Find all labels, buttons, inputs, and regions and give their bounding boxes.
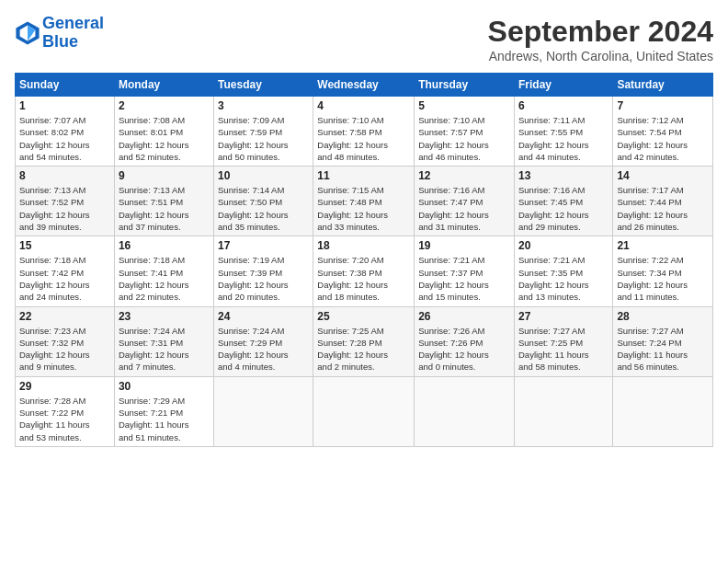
calendar-cell: 23Sunrise: 7:24 AM Sunset: 7:31 PM Dayli… — [114, 306, 213, 376]
calendar-cell: 22Sunrise: 7:23 AM Sunset: 7:32 PM Dayli… — [16, 306, 115, 376]
main-container: General Blue September 2024 Andrews, Nor… — [0, 0, 728, 454]
day-number: 3 — [218, 99, 309, 112]
day-number: 27 — [518, 310, 609, 323]
day-info: Sunrise: 7:12 AM Sunset: 7:54 PM Dayligh… — [617, 114, 709, 163]
title-section: September 2024 Andrews, North Carolina, … — [488, 15, 713, 63]
day-info: Sunrise: 7:07 AM Sunset: 8:02 PM Dayligh… — [19, 114, 110, 163]
day-info: Sunrise: 7:16 AM Sunset: 7:45 PM Dayligh… — [518, 184, 609, 233]
day-number: 18 — [317, 239, 410, 252]
day-header-wednesday: Wednesday — [313, 74, 415, 97]
calendar-cell: 29Sunrise: 7:28 AM Sunset: 7:22 PM Dayli… — [16, 376, 115, 446]
day-info: Sunrise: 7:21 AM Sunset: 7:37 PM Dayligh… — [418, 254, 510, 303]
day-info: Sunrise: 7:28 AM Sunset: 7:22 PM Dayligh… — [19, 395, 110, 443]
day-number: 7 — [617, 99, 709, 112]
day-info: Sunrise: 7:09 AM Sunset: 7:59 PM Dayligh… — [218, 114, 309, 163]
day-number: 25 — [317, 310, 410, 323]
day-info: Sunrise: 7:17 AM Sunset: 7:44 PM Dayligh… — [617, 184, 709, 233]
day-info: Sunrise: 7:15 AM Sunset: 7:48 PM Dayligh… — [317, 184, 410, 233]
calendar-cell — [214, 376, 313, 446]
day-info: Sunrise: 7:18 AM Sunset: 7:41 PM Dayligh… — [119, 254, 210, 303]
day-info: Sunrise: 7:23 AM Sunset: 7:32 PM Dayligh… — [19, 325, 110, 373]
day-number: 13 — [518, 169, 609, 182]
calendar-cell: 6Sunrise: 7:11 AM Sunset: 7:55 PM Daylig… — [514, 97, 612, 167]
day-info: Sunrise: 7:25 AM Sunset: 7:28 PM Dayligh… — [317, 325, 410, 373]
day-number: 5 — [418, 99, 510, 112]
calendar-cell: 4Sunrise: 7:10 AM Sunset: 7:58 PM Daylig… — [313, 97, 415, 167]
day-info: Sunrise: 7:18 AM Sunset: 7:42 PM Dayligh… — [19, 254, 110, 303]
calendar-week-2: 8Sunrise: 7:13 AM Sunset: 7:52 PM Daylig… — [16, 167, 713, 236]
calendar-cell: 1Sunrise: 7:07 AM Sunset: 8:02 PM Daylig… — [16, 97, 115, 167]
day-number: 1 — [19, 99, 110, 112]
calendar-cell: 19Sunrise: 7:21 AM Sunset: 7:37 PM Dayli… — [415, 236, 515, 306]
day-info: Sunrise: 7:24 AM Sunset: 7:31 PM Dayligh… — [119, 325, 210, 373]
calendar-cell: 11Sunrise: 7:15 AM Sunset: 7:48 PM Dayli… — [313, 167, 415, 236]
calendar-cell: 15Sunrise: 7:18 AM Sunset: 7:42 PM Dayli… — [16, 236, 115, 306]
calendar-cell — [514, 376, 612, 446]
header: General Blue September 2024 Andrews, Nor… — [15, 15, 713, 63]
day-header-thursday: Thursday — [415, 74, 515, 97]
calendar-cell: 8Sunrise: 7:13 AM Sunset: 7:52 PM Daylig… — [16, 167, 115, 236]
day-info: Sunrise: 7:21 AM Sunset: 7:35 PM Dayligh… — [518, 254, 609, 303]
calendar-cell: 17Sunrise: 7:19 AM Sunset: 7:39 PM Dayli… — [214, 236, 313, 306]
day-info: Sunrise: 7:13 AM Sunset: 7:51 PM Dayligh… — [119, 184, 210, 233]
calendar-cell: 25Sunrise: 7:25 AM Sunset: 7:28 PM Dayli… — [313, 306, 415, 376]
day-header-sunday: Sunday — [16, 74, 115, 97]
logo: General Blue — [15, 15, 104, 52]
day-info: Sunrise: 7:27 AM Sunset: 7:24 PM Dayligh… — [617, 325, 709, 373]
calendar-cell: 24Sunrise: 7:24 AM Sunset: 7:29 PM Dayli… — [214, 306, 313, 376]
calendar-cell: 13Sunrise: 7:16 AM Sunset: 7:45 PM Dayli… — [514, 167, 612, 236]
day-info: Sunrise: 7:29 AM Sunset: 7:21 PM Dayligh… — [119, 395, 210, 443]
day-info: Sunrise: 7:10 AM Sunset: 7:57 PM Dayligh… — [418, 114, 510, 163]
day-info: Sunrise: 7:27 AM Sunset: 7:25 PM Dayligh… — [518, 325, 609, 373]
calendar-week-1: 1Sunrise: 7:07 AM Sunset: 8:02 PM Daylig… — [16, 97, 713, 167]
day-number: 11 — [317, 169, 410, 182]
day-info: Sunrise: 7:19 AM Sunset: 7:39 PM Dayligh… — [218, 254, 309, 303]
calendar-cell: 30Sunrise: 7:29 AM Sunset: 7:21 PM Dayli… — [114, 376, 213, 446]
calendar-week-5: 29Sunrise: 7:28 AM Sunset: 7:22 PM Dayli… — [16, 376, 713, 446]
day-number: 19 — [418, 239, 510, 252]
calendar-cell: 16Sunrise: 7:18 AM Sunset: 7:41 PM Dayli… — [114, 236, 213, 306]
calendar-cell: 14Sunrise: 7:17 AM Sunset: 7:44 PM Dayli… — [613, 167, 713, 236]
day-number: 2 — [119, 99, 210, 112]
day-number: 30 — [119, 380, 210, 393]
day-number: 22 — [19, 310, 110, 323]
calendar-week-3: 15Sunrise: 7:18 AM Sunset: 7:42 PM Dayli… — [16, 236, 713, 306]
day-info: Sunrise: 7:13 AM Sunset: 7:52 PM Dayligh… — [19, 184, 110, 233]
day-number: 21 — [617, 239, 709, 252]
location: Andrews, North Carolina, United States — [488, 49, 713, 63]
day-info: Sunrise: 7:22 AM Sunset: 7:34 PM Dayligh… — [617, 254, 709, 303]
header-row: SundayMondayTuesdayWednesdayThursdayFrid… — [16, 74, 713, 97]
day-number: 10 — [218, 169, 309, 182]
day-info: Sunrise: 7:26 AM Sunset: 7:26 PM Dayligh… — [418, 325, 510, 373]
day-number: 15 — [19, 239, 110, 252]
logo-icon — [15, 20, 40, 46]
day-number: 26 — [418, 310, 510, 323]
day-info: Sunrise: 7:11 AM Sunset: 7:55 PM Dayligh… — [518, 114, 609, 163]
day-info: Sunrise: 7:10 AM Sunset: 7:58 PM Dayligh… — [317, 114, 410, 163]
day-number: 23 — [119, 310, 210, 323]
calendar-cell — [415, 376, 515, 446]
day-number: 14 — [617, 169, 709, 182]
day-number: 12 — [418, 169, 510, 182]
calendar-cell: 9Sunrise: 7:13 AM Sunset: 7:51 PM Daylig… — [114, 167, 213, 236]
calendar-cell: 12Sunrise: 7:16 AM Sunset: 7:47 PM Dayli… — [415, 167, 515, 236]
calendar-cell: 10Sunrise: 7:14 AM Sunset: 7:50 PM Dayli… — [214, 167, 313, 236]
day-number: 17 — [218, 239, 309, 252]
day-header-friday: Friday — [514, 74, 612, 97]
logo-line2: Blue — [42, 32, 78, 51]
day-info: Sunrise: 7:08 AM Sunset: 8:01 PM Dayligh… — [119, 114, 210, 163]
day-header-monday: Monday — [114, 74, 213, 97]
calendar-cell: 3Sunrise: 7:09 AM Sunset: 7:59 PM Daylig… — [214, 97, 313, 167]
calendar-cell — [313, 376, 415, 446]
calendar-cell: 28Sunrise: 7:27 AM Sunset: 7:24 PM Dayli… — [613, 306, 713, 376]
day-number: 8 — [19, 169, 110, 182]
calendar-cell: 20Sunrise: 7:21 AM Sunset: 7:35 PM Dayli… — [514, 236, 612, 306]
month-title: September 2024 — [488, 15, 713, 49]
day-header-tuesday: Tuesday — [214, 74, 313, 97]
day-number: 29 — [19, 380, 110, 393]
calendar-table: SundayMondayTuesdayWednesdayThursdayFrid… — [15, 73, 713, 447]
day-info: Sunrise: 7:16 AM Sunset: 7:47 PM Dayligh… — [418, 184, 510, 233]
day-number: 4 — [317, 99, 410, 112]
calendar-cell: 5Sunrise: 7:10 AM Sunset: 7:57 PM Daylig… — [415, 97, 515, 167]
day-header-saturday: Saturday — [613, 74, 713, 97]
